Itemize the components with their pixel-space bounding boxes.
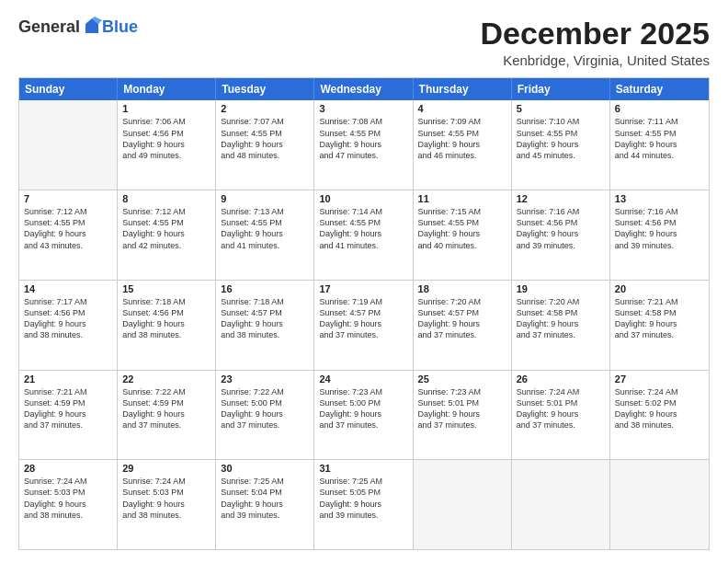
cell-line: Sunrise: 7:24 AM	[517, 386, 605, 397]
calendar-cell: 2Sunrise: 7:07 AMSunset: 4:55 PMDaylight…	[216, 100, 314, 190]
calendar-cell: 27Sunrise: 7:24 AMSunset: 5:02 PMDayligh…	[610, 371, 709, 460]
calendar-header-cell: Sunday	[19, 78, 118, 100]
calendar-cell: 29Sunrise: 7:24 AMSunset: 5:03 PMDayligh…	[118, 460, 216, 549]
day-number: 17	[319, 283, 407, 294]
calendar-cell: 28Sunrise: 7:24 AMSunset: 5:03 PMDayligh…	[19, 460, 118, 549]
cell-line: and 43 minutes.	[24, 240, 112, 251]
cell-line: and 37 minutes.	[517, 419, 605, 431]
calendar-cell	[414, 460, 512, 549]
cell-line: Sunrise: 7:22 AM	[122, 386, 210, 397]
calendar-cell: 12Sunrise: 7:16 AMSunset: 4:56 PMDayligh…	[512, 190, 610, 280]
cell-line: Sunset: 4:57 PM	[221, 307, 309, 318]
day-number: 20	[615, 283, 704, 294]
cell-line: Daylight: 9 hours	[517, 139, 605, 150]
subtitle: Kenbridge, Virginia, United States	[480, 52, 710, 68]
cell-line: Daylight: 9 hours	[319, 318, 407, 329]
cell-line: and 37 minutes.	[122, 419, 210, 431]
calendar-cell: 9Sunrise: 7:13 AMSunset: 4:55 PMDaylight…	[216, 190, 314, 280]
calendar-header-cell: Saturday	[610, 78, 709, 100]
calendar: SundayMondayTuesdayWednesdayThursdayFrid…	[18, 77, 710, 550]
cell-line: Sunrise: 7:24 AM	[615, 386, 704, 397]
cell-line: Sunset: 4:55 PM	[517, 128, 605, 139]
cell-line: Sunset: 4:58 PM	[517, 307, 605, 318]
cell-line: Sunset: 4:55 PM	[221, 128, 309, 139]
cell-line: Sunset: 4:55 PM	[319, 128, 407, 139]
calendar-cell: 18Sunrise: 7:20 AMSunset: 4:57 PMDayligh…	[414, 281, 512, 370]
calendar-cell: 4Sunrise: 7:09 AMSunset: 4:55 PMDaylight…	[414, 100, 512, 190]
cell-line: Daylight: 9 hours	[221, 228, 309, 239]
day-number: 10	[319, 193, 407, 204]
cell-line: and 38 minutes.	[122, 510, 210, 521]
cell-line: Sunrise: 7:24 AM	[24, 476, 112, 487]
cell-line: and 38 minutes.	[122, 329, 210, 340]
calendar-row: 14Sunrise: 7:17 AMSunset: 4:56 PMDayligh…	[19, 281, 709, 371]
calendar-cell: 10Sunrise: 7:14 AMSunset: 4:55 PMDayligh…	[314, 190, 413, 280]
cell-line: Daylight: 9 hours	[122, 139, 210, 150]
cell-line: Daylight: 9 hours	[517, 408, 605, 419]
cell-line: Sunrise: 7:23 AM	[319, 386, 407, 397]
day-number: 11	[418, 193, 506, 204]
calendar-row: 1Sunrise: 7:06 AMSunset: 4:56 PMDaylight…	[19, 100, 709, 190]
cell-line: and 38 minutes.	[24, 510, 112, 521]
cell-line: Sunset: 4:56 PM	[122, 307, 210, 318]
calendar-cell: 7Sunrise: 7:12 AMSunset: 4:55 PMDaylight…	[19, 190, 118, 280]
cell-line: Daylight: 9 hours	[517, 228, 605, 239]
cell-line: Daylight: 9 hours	[221, 408, 309, 419]
calendar-body: 1Sunrise: 7:06 AMSunset: 4:56 PMDaylight…	[19, 100, 709, 549]
cell-line: Sunset: 4:56 PM	[24, 307, 112, 318]
calendar-cell: 11Sunrise: 7:15 AMSunset: 4:55 PMDayligh…	[414, 190, 512, 280]
cell-line: Daylight: 9 hours	[319, 408, 407, 419]
cell-line: Sunrise: 7:06 AM	[122, 116, 210, 127]
day-number: 8	[122, 193, 210, 204]
calendar-cell: 31Sunrise: 7:25 AMSunset: 5:05 PMDayligh…	[314, 460, 413, 549]
logo-general-text: General	[18, 17, 80, 37]
cell-line: and 39 minutes.	[615, 240, 704, 251]
cell-line: Sunset: 5:02 PM	[615, 397, 704, 408]
title-block: December 2025 Kenbridge, Virginia, Unite…	[480, 17, 710, 68]
cell-line: and 37 minutes.	[615, 329, 704, 340]
cell-line: Sunset: 4:56 PM	[122, 128, 210, 139]
cell-line: Daylight: 9 hours	[418, 139, 506, 150]
logo-blue-text: Blue	[102, 17, 138, 37]
cell-line: Sunset: 4:55 PM	[122, 217, 210, 228]
cell-line: and 45 minutes.	[517, 150, 605, 161]
calendar-cell	[610, 460, 709, 549]
cell-line: and 47 minutes.	[319, 150, 407, 161]
day-number: 4	[418, 103, 506, 114]
day-number: 29	[122, 463, 210, 474]
cell-line: Sunset: 4:56 PM	[615, 217, 704, 228]
cell-line: Daylight: 9 hours	[122, 499, 210, 510]
cell-line: Sunrise: 7:12 AM	[122, 206, 210, 217]
cell-line: and 37 minutes.	[319, 329, 407, 340]
cell-line: Sunrise: 7:22 AM	[221, 386, 309, 397]
calendar-cell: 23Sunrise: 7:22 AMSunset: 5:00 PMDayligh…	[216, 371, 314, 460]
calendar-cell: 13Sunrise: 7:16 AMSunset: 4:56 PMDayligh…	[610, 190, 709, 280]
calendar-cell: 26Sunrise: 7:24 AMSunset: 5:01 PMDayligh…	[512, 371, 610, 460]
cell-line: Sunrise: 7:07 AM	[221, 116, 309, 127]
cell-line: and 40 minutes.	[418, 240, 506, 251]
day-number: 2	[221, 103, 309, 114]
cell-line: Daylight: 9 hours	[319, 228, 407, 239]
cell-line: Sunrise: 7:18 AM	[221, 296, 309, 307]
cell-line: Sunset: 5:05 PM	[319, 487, 407, 498]
cell-line: and 37 minutes.	[221, 419, 309, 431]
day-number: 23	[221, 373, 309, 385]
day-number: 19	[517, 283, 605, 294]
day-number: 27	[615, 373, 704, 385]
cell-line: and 41 minutes.	[221, 240, 309, 251]
cell-line: and 39 minutes.	[221, 510, 309, 521]
cell-line: Sunset: 4:59 PM	[122, 397, 210, 408]
cell-line: Daylight: 9 hours	[24, 318, 112, 329]
cell-line: Daylight: 9 hours	[517, 318, 605, 329]
calendar-cell: 21Sunrise: 7:21 AMSunset: 4:59 PMDayligh…	[19, 371, 118, 460]
cell-line: and 42 minutes.	[122, 240, 210, 251]
calendar-cell: 24Sunrise: 7:23 AMSunset: 5:00 PMDayligh…	[314, 371, 413, 460]
cell-line: Sunrise: 7:13 AM	[221, 206, 309, 217]
day-number: 13	[615, 193, 704, 204]
cell-line: Sunrise: 7:20 AM	[418, 296, 506, 307]
cell-line: and 37 minutes.	[24, 419, 112, 431]
cell-line: Sunset: 4:59 PM	[24, 397, 112, 408]
calendar-cell: 15Sunrise: 7:18 AMSunset: 4:56 PMDayligh…	[118, 281, 216, 370]
cell-line: Sunset: 4:55 PM	[319, 217, 407, 228]
cell-line: Sunset: 5:00 PM	[319, 397, 407, 408]
